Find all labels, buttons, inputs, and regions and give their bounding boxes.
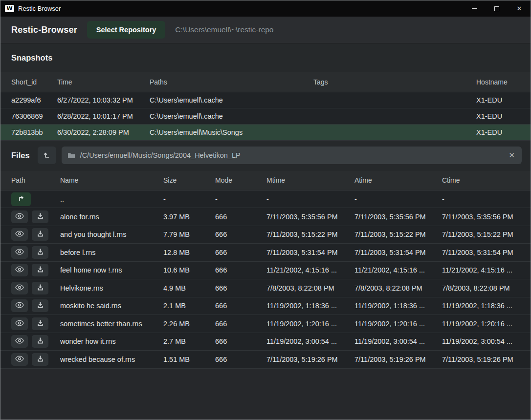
restore-file-button[interactable] (32, 335, 48, 348)
snapshot-hostname: X1-EDU (476, 112, 520, 120)
snapshots-section-header: Snapshots (0, 43, 531, 72)
preview-file-button[interactable] (11, 246, 28, 259)
restore-file-button[interactable] (32, 228, 48, 241)
file-actions (11, 282, 60, 294)
path-input[interactable] (80, 151, 503, 159)
file-actions (11, 210, 60, 223)
file-mtime: 7/11/2003, 5:31:54 PM (266, 249, 354, 256)
app-window: W Restic Browser ✕ Restic-Browser Select… (0, 0, 531, 420)
eye-icon (15, 231, 24, 238)
file-mtime: 7/8/2003, 8:22:08 PM (266, 284, 354, 292)
file-ctime: 11/19/2002, 1:20:16 ... (442, 320, 520, 328)
file-mode: 666 (215, 320, 266, 328)
minimize-button[interactable] (463, 0, 486, 17)
preview-file-button[interactable] (11, 264, 28, 276)
file-size: 3.97 MB (163, 213, 215, 221)
parent-mode: - (215, 195, 266, 203)
file-row: moskito he said.rns 2.1 MB 666 11/19/200… (0, 297, 531, 315)
files-toolbar: Files ✕ (0, 141, 531, 170)
preview-file-button[interactable] (11, 210, 28, 223)
files-table-body: alone for.rns 3.97 MB 666 7/11/2003, 5:3… (0, 208, 531, 369)
close-button[interactable]: ✕ (508, 0, 531, 17)
file-atime: 7/11/2003, 5:19:26 PM (354, 356, 442, 363)
snapshots-title: Snapshots (11, 53, 52, 63)
snapshots-table-header: Short_id Time Paths Tags Hostname (0, 72, 531, 92)
preview-file-button[interactable] (11, 317, 28, 330)
file-mode: 666 (215, 266, 266, 274)
file-atime: 7/11/2003, 5:31:54 PM (354, 249, 442, 256)
parent-dir-icon (18, 195, 25, 204)
preview-file-button[interactable] (11, 282, 28, 294)
file-mtime: 11/19/2002, 1:18:36 ... (266, 302, 354, 310)
file-size: 10.6 MB (163, 266, 215, 274)
file-size: 1.51 MB (163, 356, 215, 363)
restore-file-button[interactable] (32, 353, 48, 366)
snapshot-paths: C:\Users\emuell\.cache (150, 96, 313, 104)
preview-file-button[interactable] (11, 299, 28, 312)
file-ctime: 7/11/2003, 5:19:26 PM (442, 356, 520, 363)
column-mtime: Mtime (266, 176, 354, 184)
snapshot-time: 6/28/2022, 10:01:17 PM (57, 112, 150, 120)
app-header: Restic-Browser Select Repository C:\User… (0, 17, 531, 43)
snapshot-paths: C:\Users\emuell\Music\Songs (150, 128, 313, 136)
file-atime: 7/11/2003, 5:35:56 PM (354, 213, 442, 221)
restore-file-button[interactable] (32, 317, 48, 330)
maximize-button[interactable] (486, 0, 508, 17)
parent-actions (11, 192, 60, 206)
column-hostname: Hostname (476, 78, 520, 86)
file-mtime: 11/19/2002, 3:00:54 ... (266, 337, 354, 345)
preview-file-button[interactable] (11, 353, 28, 366)
current-path-field: ✕ (62, 147, 522, 164)
clear-path-button[interactable]: ✕ (508, 151, 516, 160)
file-actions (11, 228, 60, 241)
snapshot-row[interactable]: 76306869 6/28/2022, 10:01:17 PM C:\Users… (0, 108, 531, 125)
close-icon: ✕ (517, 5, 522, 12)
preview-file-button[interactable] (11, 335, 28, 348)
restore-file-button[interactable] (32, 246, 48, 259)
snapshot-short-id: a2299af6 (11, 96, 57, 104)
file-ctime: 7/8/2003, 8:22:08 PM (442, 284, 520, 292)
file-mtime: 7/11/2003, 5:35:56 PM (266, 213, 354, 221)
file-row: wrecked because of.rns 1.51 MB 666 7/11/… (0, 351, 531, 369)
column-time: Time (57, 78, 150, 86)
eye-icon (15, 213, 24, 221)
file-actions (11, 353, 60, 366)
restore-file-button[interactable] (32, 210, 48, 223)
file-mtime: 7/11/2003, 5:15:22 PM (266, 231, 354, 238)
restore-file-button[interactable] (32, 264, 48, 276)
download-icon (37, 266, 44, 274)
snapshot-time: 6/30/2022, 2:28:09 PM (57, 128, 150, 136)
restore-file-button[interactable] (32, 282, 48, 294)
snapshot-row[interactable]: 72b813bb 6/30/2022, 2:28:09 PM C:\Users\… (0, 125, 531, 141)
up-level-button[interactable] (38, 147, 56, 164)
file-row: Helvikone.rns 4.9 MB 666 7/8/2003, 8:22:… (0, 279, 531, 297)
go-parent-button[interactable] (11, 192, 31, 206)
preview-file-button[interactable] (11, 228, 28, 241)
file-size: 12.8 MB (163, 249, 215, 256)
eye-icon (15, 320, 24, 328)
clear-icon: ✕ (509, 151, 515, 159)
file-name: before l.rns (60, 249, 163, 256)
file-atime: 11/21/2002, 4:15:16 ... (354, 266, 442, 274)
file-size: 2.26 MB (163, 320, 215, 328)
file-actions (11, 317, 60, 330)
column-paths: Paths (150, 78, 313, 86)
files-title: Files (11, 151, 30, 160)
file-name: alone for.rns (60, 213, 163, 221)
eye-icon (15, 302, 24, 310)
file-mode: 666 (215, 356, 266, 363)
restore-file-button[interactable] (32, 299, 48, 312)
snapshot-hostname: X1-EDU (476, 96, 520, 104)
file-ctime: 7/11/2003, 5:35:56 PM (442, 213, 520, 221)
file-name: moskito he said.rns (60, 302, 163, 310)
window-controls: ✕ (463, 0, 531, 17)
file-name: feel home now !.rns (60, 266, 163, 274)
snapshot-row[interactable]: a2299af6 6/27/2022, 10:03:32 PM C:\Users… (0, 92, 531, 108)
parent-size: - (163, 195, 215, 203)
file-row: sometimes better than.rns 2.26 MB 666 11… (0, 315, 531, 333)
select-repository-button[interactable]: Select Repository (87, 21, 166, 39)
file-ctime: 11/19/2002, 1:18:36 ... (442, 302, 520, 310)
eye-icon (15, 337, 24, 345)
file-actions (11, 335, 60, 348)
file-size: 7.79 MB (163, 231, 215, 238)
